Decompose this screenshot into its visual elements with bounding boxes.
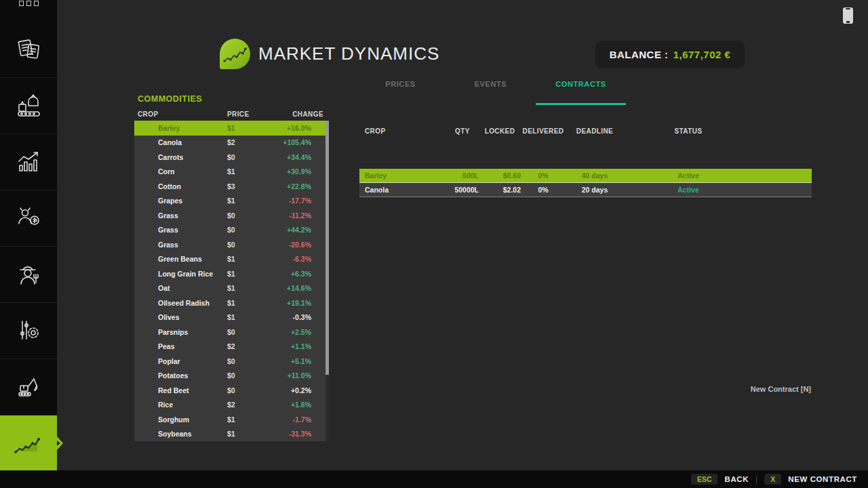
crop-icon xyxy=(138,153,158,161)
commodity-row[interactable]: Soybeans$1-31.3% xyxy=(134,427,329,442)
commodity-row[interactable]: Red Beet$0+0.2% xyxy=(134,383,329,398)
settings-icon xyxy=(14,316,43,346)
sidebar-item-production[interactable] xyxy=(0,77,57,134)
contracts-header: CROPQTYLOCKEDDELIVEREDDEADLINESTATUS xyxy=(359,127,812,135)
crop-icon xyxy=(138,270,158,278)
crop-change: +1.1% xyxy=(268,342,311,350)
column-header-locked: LOCKED xyxy=(479,127,521,135)
crop-change: +2.5% xyxy=(268,328,311,336)
contract-row[interactable]: Canola50000L$2.020%20 daysActive xyxy=(359,183,812,197)
crop-price: $1 xyxy=(227,284,268,292)
crop-price: $0 xyxy=(227,241,268,249)
tab-contracts[interactable]: CONTRACTS xyxy=(536,80,626,105)
commodity-row[interactable]: Canola$2+105.4% xyxy=(134,136,329,150)
phone-icon xyxy=(843,7,853,24)
logo-chart-icon xyxy=(222,43,248,65)
excavator-icon xyxy=(14,372,43,402)
commodity-row[interactable]: Barley$1+16.0% xyxy=(134,121,329,136)
crop-change: -1.7% xyxy=(268,415,311,424)
crop-name: Red Beet xyxy=(158,386,227,394)
contract-status: Active xyxy=(624,186,753,194)
crop-price: $1 xyxy=(227,313,268,321)
commodity-row[interactable]: Grass$0-20.6% xyxy=(134,237,329,252)
crop-name: Grapes xyxy=(158,197,227,205)
sidebar-item-documents[interactable] xyxy=(0,21,57,77)
crop-name: Oat xyxy=(158,284,227,292)
crop-change: -17.7% xyxy=(268,197,311,205)
column-header-price: PRICE xyxy=(227,110,268,118)
commodity-row[interactable]: Poplar$0+5.1% xyxy=(134,354,329,369)
footer-divider: | xyxy=(755,474,757,484)
market-dynamics-app: MARKET DYNAMICS BALANCE : 1,677,702 € PR… xyxy=(0,0,868,488)
contract-locked: $2.02 xyxy=(479,186,521,194)
sidebar-item-statistics[interactable] xyxy=(0,134,57,190)
column-header-status: STATUS xyxy=(624,127,753,135)
crop-icon xyxy=(138,124,158,132)
crop-icon xyxy=(138,226,158,234)
contract-row[interactable]: Barley500L$0.600%40 daysActive xyxy=(359,169,812,183)
crop-name: Long Grain Rice xyxy=(158,270,227,278)
crop-price: $1 xyxy=(227,430,268,438)
sidebar-item-market-dynamics[interactable] xyxy=(0,415,57,470)
crop-icon xyxy=(138,401,158,409)
crop-change: +19.1% xyxy=(268,299,311,307)
crop-name: Sorghum xyxy=(158,415,227,424)
commodity-row[interactable]: Long Grain Rice$1+6.3% xyxy=(134,266,329,281)
crop-price: $0 xyxy=(227,211,268,220)
sidebar-item-settings[interactable] xyxy=(0,302,57,359)
commodity-row[interactable]: Oat$1+14.6% xyxy=(134,281,329,296)
contract-deadline: 20 days xyxy=(566,186,624,194)
crop-price: $0 xyxy=(227,357,268,365)
commodity-row[interactable]: Olives$1-0.3% xyxy=(134,310,329,325)
crop-name: Barley xyxy=(158,124,227,132)
crop-price: $1 xyxy=(227,124,268,132)
crop-name: Olives xyxy=(158,313,227,321)
crop-change: -31.3% xyxy=(268,430,311,438)
crop-name: Grass xyxy=(158,241,227,249)
sidebar-item-construction[interactable] xyxy=(0,359,57,415)
commodity-row[interactable]: Potatoes$0+11.0% xyxy=(134,369,329,384)
contract-qty: 500L xyxy=(446,171,479,180)
tab-prices[interactable]: PRICES xyxy=(355,80,446,105)
footer-bar: ESC BACK | X NEW CONTRACT xyxy=(0,470,868,488)
crop-change: +6.3% xyxy=(268,270,311,278)
crop-change: -11.2% xyxy=(268,211,311,220)
commodities-scrollbar[interactable] xyxy=(326,121,329,441)
crop-icon xyxy=(138,415,158,424)
commodities-panel: COMMODITIES CROPPRICECHANGE Barley$1+16.… xyxy=(134,94,329,441)
crop-price: $0 xyxy=(227,386,268,394)
commodity-row[interactable]: Peas$2+1.1% xyxy=(134,340,329,354)
commodity-row[interactable]: Sorghum$1-1.7% xyxy=(134,412,329,427)
back-button[interactable]: BACK xyxy=(724,475,749,483)
commodity-row[interactable]: Oilseed Radish$1+19.1% xyxy=(134,296,329,310)
commodity-row[interactable]: Corn$1+30.9% xyxy=(134,165,329,180)
crop-price: $0 xyxy=(227,226,268,234)
tab-events[interactable]: EVENTS xyxy=(446,80,536,105)
sidebar-item-farmer[interactable] xyxy=(0,246,57,302)
commodity-row[interactable]: Grass$0-11.2% xyxy=(134,208,329,223)
commodity-row[interactable]: Carrots$0+34.4% xyxy=(134,150,329,165)
crop-name: Potatoes xyxy=(158,371,227,380)
esc-keycap[interactable]: ESC xyxy=(691,474,718,485)
crop-price: $2 xyxy=(227,138,268,146)
page-title: MARKET DYNAMICS xyxy=(258,43,439,64)
crop-name: Grass xyxy=(158,211,227,220)
x-keycap[interactable]: X xyxy=(764,474,781,485)
crop-change: +0.2% xyxy=(268,386,311,394)
new-contract-button[interactable]: NEW CONTRACT xyxy=(788,475,857,483)
crop-price: $0 xyxy=(227,328,268,336)
crop-price: $1 xyxy=(227,167,268,176)
production-icon xyxy=(14,91,43,121)
column-header-qty: QTY xyxy=(446,127,479,135)
crop-change: +22.8% xyxy=(268,182,311,190)
sidebar-item-sales[interactable] xyxy=(0,190,57,246)
scrollbar-thumb[interactable] xyxy=(326,121,329,375)
commodity-row[interactable]: Cotton$3+22.8% xyxy=(134,179,329,194)
commodity-row[interactable]: Grapes$1-17.7% xyxy=(134,194,329,209)
commodity-row[interactable]: Grass$0+44.2% xyxy=(134,223,329,238)
commodity-row[interactable]: Rice$2+1.6% xyxy=(134,398,329,413)
app-logo xyxy=(220,39,250,69)
crop-change: +105.4% xyxy=(268,138,311,146)
commodity-row[interactable]: Parsnips$0+2.5% xyxy=(134,325,329,340)
commodity-row[interactable]: Green Beans$1-6.3% xyxy=(134,252,329,267)
